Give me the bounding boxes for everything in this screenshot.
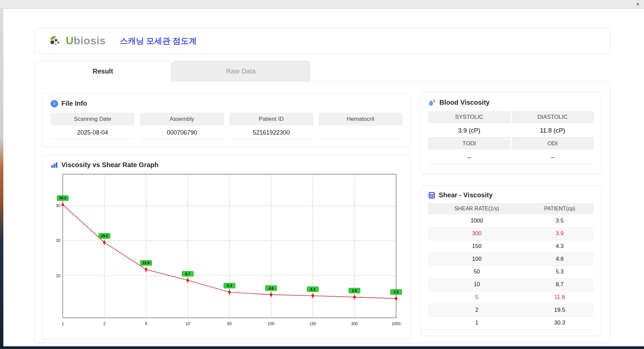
patient-cell: 11.8	[526, 291, 594, 304]
blood-viscosity-card: Blood Viscosity SYSTOLIC DIASTOLIC 3.9 (…	[420, 92, 601, 173]
field-value	[319, 126, 402, 139]
table-row: 108.7	[428, 278, 594, 291]
field-scanning-date: Scanning Date 2025-08-04	[51, 113, 135, 139]
table-row: 505.3	[428, 265, 594, 278]
patient-cell: 30.3	[526, 316, 594, 329]
shear-rate-cell: 5	[428, 291, 526, 304]
tab-result[interactable]: Result	[35, 61, 171, 82]
shear-rate-cell: 100	[428, 253, 526, 265]
svg-text:150: 150	[309, 321, 316, 326]
patient-cell: 19.5	[526, 304, 594, 316]
field-hematocrit: Hematocrit	[319, 113, 402, 139]
svg-text:1000: 1000	[392, 321, 401, 326]
svg-text:30.3: 30.3	[59, 196, 66, 200]
shear-viscosity-card: Shear - Viscosity SHEAR RATE(1/s) PATIEN…	[420, 186, 601, 336]
chart-area: 1020301251050100150300100030.319.511.88.…	[51, 171, 402, 331]
main-content-card: i File Info Scanning Date 2025-08-04 Ass…	[35, 81, 610, 343]
shear-rate-cell: 300	[428, 227, 526, 240]
svg-text:19.5: 19.5	[101, 234, 108, 238]
patient-cell: 8.7	[526, 278, 594, 291]
patient-cell: 4.6	[526, 253, 594, 265]
systolic-value: 3.9 (cP)	[428, 123, 511, 138]
field-value: 2025-08-04	[51, 126, 135, 139]
svg-text:4.6: 4.6	[269, 286, 274, 290]
svg-text:4.3: 4.3	[310, 287, 315, 291]
svg-text:8.7: 8.7	[185, 272, 190, 276]
svg-text:11.8: 11.8	[143, 261, 150, 265]
svg-text:2: 2	[103, 321, 106, 326]
field-assembly: Assembly 000706790	[140, 113, 224, 139]
patient-cell: 3.5	[526, 214, 594, 227]
viscosity-shear-chart: 1020301251050100150300100030.319.511.88.…	[51, 171, 402, 331]
close-icon[interactable]: ×	[636, 1, 639, 8]
table-row: 10003.5	[428, 214, 594, 227]
svg-text:3.9: 3.9	[352, 289, 357, 293]
todi-value: –	[428, 150, 511, 164]
shear-rate-column-header: SHEAR RATE(1/s)	[428, 203, 526, 214]
calculator-icon	[428, 192, 435, 199]
svg-text:5: 5	[145, 321, 147, 326]
patient-cell: 4.3	[526, 240, 594, 253]
table-row: 1004.6	[428, 253, 594, 265]
svg-text:20: 20	[56, 238, 61, 243]
shear-rate-cell: 2	[428, 304, 526, 316]
file-info-title: File Info	[61, 100, 87, 107]
table-row: 1504.3	[428, 240, 594, 253]
table-row: 3003.9	[428, 227, 594, 240]
brand-wordmark: Ubiosis	[66, 35, 106, 47]
svg-text:100: 100	[268, 321, 274, 326]
file-info-card: i File Info Scanning Date 2025-08-04 Ass…	[42, 93, 411, 147]
shear-rate-cell: 1	[428, 316, 526, 329]
page-title: 스캐닝 모세관 점도계	[120, 36, 197, 46]
field-patient-id: Patient ID 52161922300	[229, 113, 313, 139]
svg-text:10: 10	[185, 321, 190, 326]
table-row: 130.3	[428, 316, 594, 329]
diastolic-header: DIASTOLIC	[512, 111, 594, 123]
todi-header: TODI	[428, 138, 511, 150]
svg-text:5.3: 5.3	[227, 284, 232, 288]
graph-title: Viscosity vs Shear Rate Graph	[61, 161, 159, 169]
shear-rate-cell: 10	[428, 278, 526, 291]
droplet-icon	[428, 98, 436, 106]
title-bar: ×	[0, 0, 644, 9]
patient-cell: 3.9	[526, 227, 594, 240]
odi-value: –	[512, 150, 594, 164]
field-label: Assembly	[140, 113, 224, 126]
svg-text:50: 50	[227, 321, 232, 326]
brand-logo: Ubiosis	[49, 35, 106, 47]
patient-column-header: PATIENT(cp)	[526, 203, 594, 214]
diastolic-value: 11.8 (cP)	[512, 123, 594, 138]
ubiosis-mark-icon	[49, 35, 63, 47]
systolic-header: SYSTOLIC	[428, 111, 511, 123]
table-row: 511.8	[428, 291, 594, 304]
shear-viscosity-title: Shear - Viscosity	[439, 191, 493, 199]
shear-rate-cell: 50	[428, 265, 526, 278]
field-label: Hematocrit	[319, 113, 402, 126]
tab-raw-data[interactable]: Raw Data	[171, 61, 310, 82]
blood-viscosity-title: Blood Viscosity	[439, 99, 490, 106]
odi-header: ODI	[512, 138, 594, 150]
desktop-background-sliver	[0, 9, 3, 349]
field-value: 52161922300	[229, 126, 313, 139]
svg-text:3.5: 3.5	[393, 290, 398, 294]
shear-viscosity-table: SHEAR RATE(1/s) PATIENT(cp) 10003.5 3003…	[428, 203, 594, 330]
app-window: Ubiosis 스캐닝 모세관 점도계 Result Raw Data i Fi…	[3, 9, 644, 346]
field-label: Patient ID	[229, 113, 313, 126]
svg-text:10: 10	[56, 273, 61, 278]
shear-rate-cell: 150	[428, 240, 526, 253]
info-icon: i	[51, 100, 58, 107]
field-label: Scanning Date	[51, 113, 135, 126]
svg-text:300: 300	[351, 321, 358, 326]
shear-rate-cell: 1000	[428, 214, 526, 227]
viscosity-graph-card: Viscosity vs Shear Rate Graph 1020301251…	[42, 155, 411, 340]
bar-chart-icon	[51, 162, 58, 168]
header: Ubiosis 스캐닝 모세관 점도계	[35, 28, 610, 54]
svg-text:30: 30	[56, 203, 61, 208]
svg-text:1: 1	[62, 321, 64, 326]
table-row: 219.5	[428, 304, 594, 316]
field-value: 000706790	[140, 126, 224, 139]
patient-cell: 5.3	[526, 265, 594, 278]
